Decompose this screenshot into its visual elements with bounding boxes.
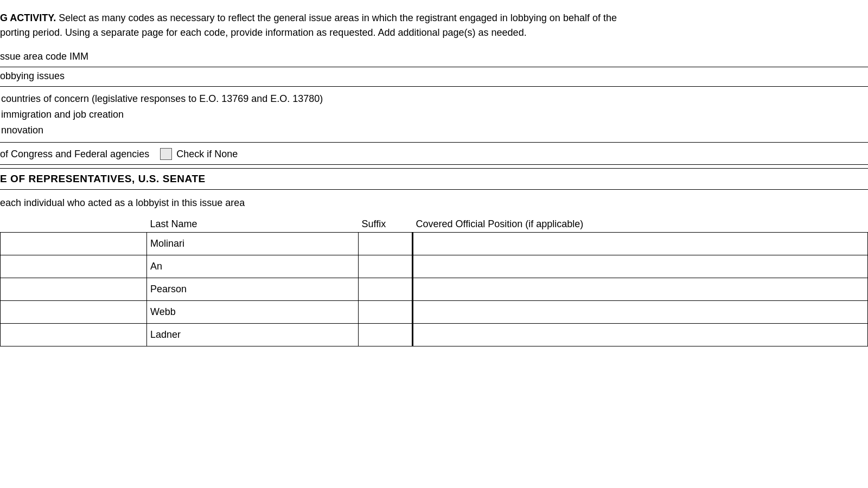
lobbying-issues-area: countries of concern (legislative respon… [0,86,868,143]
col-header-suffix: Suffix [359,216,413,233]
lobbying-issues-label: obbying issues [0,70,868,82]
cell-first-name-2[interactable] [1,278,147,301]
col-header-covered: Covered Official Position (if applicable… [413,216,868,233]
cell-first-name-4[interactable] [1,324,147,346]
cell-first-name-3[interactable] [1,301,147,324]
cell-last-name-3[interactable]: Webb [147,301,359,324]
lobbyist-intro: each individual who acted as a lobbyist … [0,197,868,209]
col-header-last-name: Last Name [147,216,359,233]
lobbying-issue-1: countries of concern (legislative respon… [1,91,868,107]
table-row: An [1,255,868,278]
cell-last-name-2[interactable]: Pearson [147,278,359,301]
divider-2 [0,164,868,165]
cell-suffix-2[interactable] [359,278,413,301]
intro-bold: G ACTIVITY. Select as many codes as nece… [0,12,617,23]
lobbying-issue-2: immigration and job creation [1,107,868,123]
cell-covered-3[interactable] [413,301,868,324]
table-row: Ladner [1,324,868,346]
table-row: Webb [1,301,868,324]
cell-suffix-1[interactable] [359,255,413,278]
issue-area-code-block: ssue area code IMM [0,51,868,62]
table-header-row: Last Name Suffix Covered Official Positi… [1,216,868,233]
representatives-text: E OF REPRESENTATIVES, U.S. SENATE [0,173,206,184]
cell-last-name-1[interactable]: An [147,255,359,278]
agencies-row: of Congress and Federal agencies Check i… [0,148,868,160]
cell-covered-0[interactable] [413,233,868,255]
intro-line2: porting period. Using a separate page fo… [0,27,527,38]
page-container: G ACTIVITY. Select as many codes as nece… [0,0,868,488]
table-row: Molinari [1,233,868,255]
cell-first-name-0[interactable] [1,233,147,255]
cell-covered-1[interactable] [413,255,868,278]
table-row: Pearson [1,278,868,301]
check-none-area[interactable]: Check if None [160,148,238,160]
cell-suffix-3[interactable] [359,301,413,324]
lobbying-issues-block: obbying issues [0,70,868,82]
col-header-first-name [1,216,147,233]
cell-covered-4[interactable] [413,324,868,346]
lobbying-issues-text: countries of concern (legislative respon… [0,91,868,138]
cell-covered-2[interactable] [413,278,868,301]
cell-last-name-0[interactable]: Molinari [147,233,359,255]
check-none-checkbox[interactable] [160,148,172,160]
cell-first-name-1[interactable] [1,255,147,278]
cell-last-name-4[interactable]: Ladner [147,324,359,346]
lobbyist-table: Last Name Suffix Covered Official Positi… [0,216,868,346]
cell-suffix-4[interactable] [359,324,413,346]
lobbying-issue-3: nnovation [1,123,868,138]
representatives-block: E OF REPRESENTATIVES, U.S. SENATE [0,168,868,190]
cell-suffix-0[interactable] [359,233,413,255]
intro-text: G ACTIVITY. Select as many codes as nece… [0,11,868,46]
agencies-label: of Congress and Federal agencies [0,149,149,160]
lobbyist-table-body: MolinariAnPearsonWebbLadner [1,233,868,346]
divider-1 [0,67,868,67]
issue-area-code-label: ssue area code IMM [0,51,868,62]
check-none-label: Check if None [176,149,238,160]
